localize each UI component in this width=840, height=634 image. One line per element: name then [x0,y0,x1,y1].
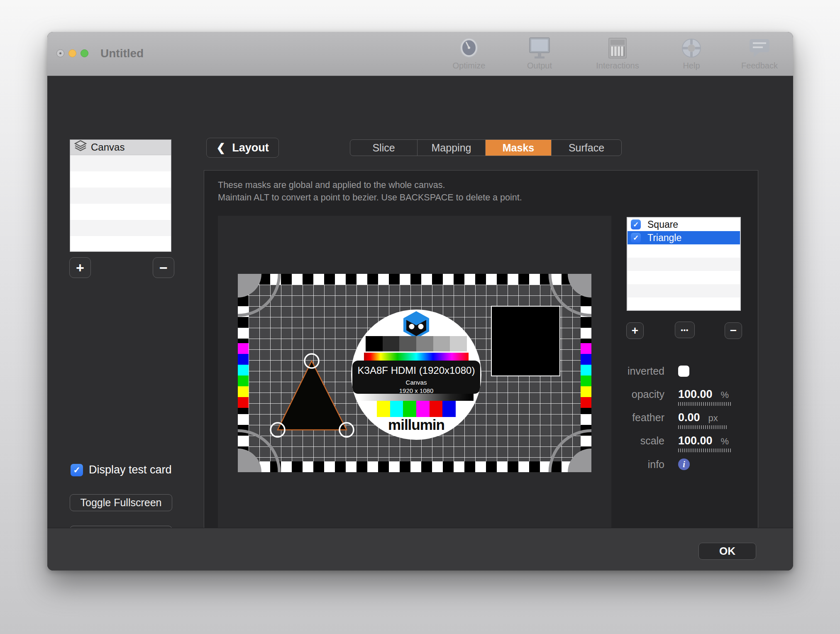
scrubber-ticks [678,425,727,429]
test-card: K3A8F HDMI (1920x1080) Canvas 1920 x 108… [238,274,591,472]
minimize-window-icon[interactable] [68,49,76,57]
toggle-fullscreen-button[interactable]: Toggle Fullscreen [70,494,172,511]
ok-button[interactable]: OK [698,543,756,560]
list-row-empty [70,204,171,220]
mask-list: Square Triangle [627,217,741,311]
tab-slice[interactable]: Slice [350,140,418,156]
mask-visible-checkbox[interactable] [631,219,641,229]
add-mask-button[interactable]: + [626,322,644,339]
opacity-scrubber[interactable]: 100.00 % [678,388,729,401]
toolbar-item-help: Help [662,36,720,73]
remove-mask-button[interactable]: − [725,322,742,339]
list-row-empty [70,171,171,188]
list-row-empty [628,297,740,311]
traffic-lights [56,49,88,57]
inverted-checkbox[interactable] [678,366,689,377]
display-test-card-label: Display test card [89,463,172,476]
canvas-list-selected-row[interactable]: Canvas [70,140,171,155]
tab-masks[interactable]: Masks [486,140,552,156]
speech-bubble-icon [730,36,789,60]
feather-scrubber[interactable]: 0.00 px [678,411,718,424]
app-window: Untitled Optimize Ou [47,32,793,571]
mask-row-square[interactable]: Square [628,218,740,231]
list-row-empty [70,236,171,252]
mode-segmented-control: Slice Mapping Masks Surface [350,139,622,156]
canvas-list: Canvas [70,139,171,252]
list-row-empty [628,258,740,271]
zoom-window-icon[interactable] [81,49,88,57]
mask-visible-checkbox[interactable] [631,233,641,243]
remove-canvas-button[interactable]: − [153,257,174,278]
mask-options-button[interactable]: ••• [675,322,695,338]
info-icon[interactable]: i [678,458,690,470]
toolbar-item-feedback: Feedback [730,36,789,73]
property-scale: scale 100.00 % [587,432,762,450]
property-inverted: inverted [587,362,762,380]
mask-name: Triangle [647,232,681,244]
list-row-empty [628,244,740,258]
close-window-icon[interactable] [56,49,64,57]
titlebar: Untitled Optimize Ou [47,32,793,76]
lifering-icon [662,36,720,60]
back-button-label: Layout [232,141,269,154]
bottom-bar: OK [47,528,793,571]
toolbar-item-output: Output [510,36,569,73]
chevron-left-icon: ❮ [216,141,225,154]
scrubber-ticks [678,449,732,452]
masks-instructions: These masks are global and applied to th… [218,179,522,204]
layers-icon [74,140,87,154]
toolbar-item-optimize: Optimize [440,36,498,73]
property-info: info i [587,455,762,473]
canvas-preview[interactable]: K3A8F HDMI (1920x1080) Canvas 1920 x 108… [218,216,611,529]
scale-scrubber[interactable]: 100.00 % [678,434,729,447]
keyboard-icon [588,36,647,60]
tab-mapping[interactable]: Mapping [418,140,486,156]
content-area: Canvas + − Display test card Toggle Full… [47,76,793,528]
masks-panel: These masks are global and applied to th… [204,170,758,542]
toolbar-item-interactions: Interactions [588,36,647,73]
canvas-list-label: Canvas [91,141,125,153]
list-row-empty [628,284,740,297]
window-title: Untitled [100,47,144,60]
tab-surface[interactable]: Surface [552,140,621,156]
list-row-empty [70,188,171,204]
display-test-card-checkbox[interactable] [71,464,83,476]
add-canvas-button[interactable]: + [69,257,91,278]
property-opacity: opacity 100.00 % [587,385,762,403]
monitor-icon [510,36,569,60]
triangle-mask[interactable] [238,274,591,472]
property-feather: feather 0.00 px [587,408,762,427]
display-test-card-row: Display test card [71,463,172,476]
list-row-empty [628,271,740,284]
back-to-layout-button[interactable]: ❮ Layout [206,138,279,158]
mask-row-triangle[interactable]: Triangle [628,231,740,244]
mask-name: Square [647,219,678,230]
list-row-empty [70,220,171,236]
scrubber-ticks [678,402,732,406]
list-row-empty [70,155,171,171]
gauge-icon [440,36,498,60]
